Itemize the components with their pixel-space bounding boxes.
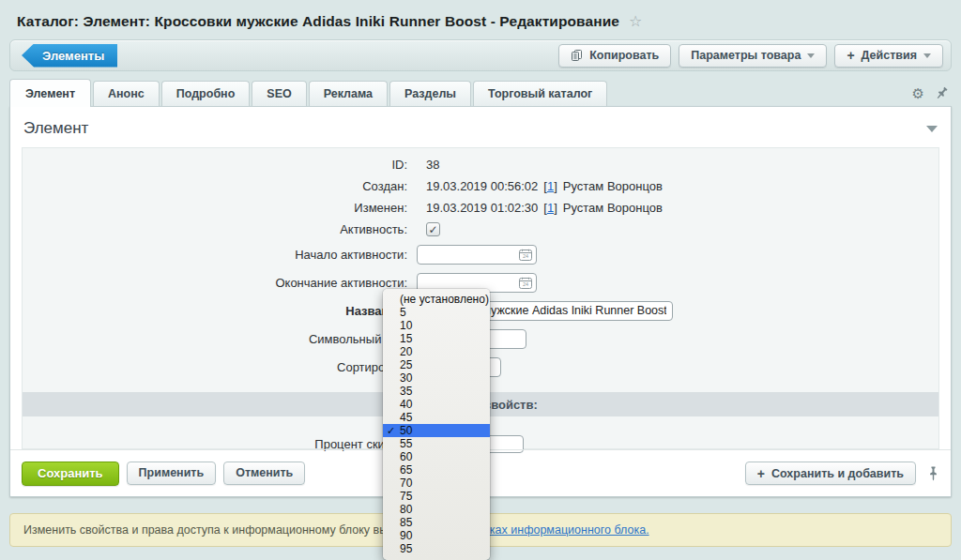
dropdown-option[interactable]: 65 xyxy=(383,463,490,477)
tab-anons[interactable]: Анонс xyxy=(93,81,160,106)
row-created: Создан: 19.03.2019 00:56:02 [1] Рустам В… xyxy=(23,175,938,197)
copy-button-label: Копировать xyxy=(589,49,659,62)
sort-label: Сортировка: xyxy=(23,360,407,374)
product-params-label: Параметры товара xyxy=(691,49,801,62)
plus-icon: + xyxy=(847,48,854,63)
section-collapse-icon[interactable] xyxy=(926,126,938,132)
modified-label: Изменен: xyxy=(23,201,407,215)
discount-dropdown-list: (не установлено)51015202530354045✓505560… xyxy=(383,293,490,555)
dropdown-option[interactable]: 75 xyxy=(383,490,490,503)
modified-user-id-link[interactable]: 1 xyxy=(547,201,554,215)
plus-icon: + xyxy=(757,466,765,481)
dropdown-option[interactable]: 25 xyxy=(383,358,490,371)
save-and-add-button[interactable]: + Сохранить и добавить xyxy=(745,462,916,485)
created-value: 19.03.2019 00:56:02 xyxy=(417,179,538,193)
tab-trade-catalog[interactable]: Торговый каталог xyxy=(473,81,607,106)
dropdown-option[interactable]: 85 xyxy=(383,516,490,529)
save-button[interactable]: Сохранить xyxy=(22,462,119,486)
chevron-down-icon xyxy=(807,53,815,58)
active-from-label: Начало активности: xyxy=(23,248,407,262)
actions-label: Действия xyxy=(862,49,917,62)
discount-dropdown: (не установлено)51015202530354045✓505560… xyxy=(383,289,490,560)
active-label: Активность: xyxy=(23,222,407,236)
row-id: ID: 38 xyxy=(23,154,938,175)
dropdown-option[interactable]: 45 xyxy=(383,411,490,424)
id-label: ID: xyxy=(23,158,407,172)
tab-detail[interactable]: Подробно xyxy=(161,81,251,106)
svg-text:24: 24 xyxy=(523,281,528,287)
dropdown-option[interactable]: 90 xyxy=(383,529,490,542)
form-tabs: Элемент Анонс Подробно SEO Реклама Разде… xyxy=(9,80,952,106)
modified-user-name: Рустам Воронцов xyxy=(563,201,663,215)
tab-seo[interactable]: SEO xyxy=(252,81,306,106)
tab-adv[interactable]: Реклама xyxy=(309,81,388,106)
actions-button[interactable]: + Действия xyxy=(834,44,943,68)
row-active: Активность: ✓ xyxy=(23,219,938,240)
chevron-down-icon xyxy=(923,53,931,58)
pin-icon[interactable] xyxy=(927,466,939,481)
created-user-link-wrap: [1] xyxy=(543,179,557,193)
row-active-from: Начало активности: 24 xyxy=(23,240,938,268)
dropdown-option[interactable]: ✓50 xyxy=(383,424,490,437)
favorite-star-icon[interactable]: ☆ xyxy=(629,14,642,29)
dropdown-option[interactable]: 35 xyxy=(383,385,490,398)
calendar-icon[interactable]: 24 xyxy=(519,277,532,289)
apply-button[interactable]: Применить xyxy=(127,462,217,485)
created-user-id-link[interactable]: 1 xyxy=(547,179,554,193)
svg-text:24: 24 xyxy=(523,253,528,259)
dropdown-option[interactable]: 15 xyxy=(383,332,490,345)
pin-icon[interactable] xyxy=(933,84,952,103)
dropdown-option[interactable]: 55 xyxy=(383,437,490,450)
created-user-name: Рустам Воронцов xyxy=(563,179,663,193)
section-title: Элемент xyxy=(23,119,88,138)
page-title: Каталог: Элемент: Кроссовки мужские Adid… xyxy=(17,13,619,30)
calendar-icon[interactable]: 24 xyxy=(519,249,532,261)
notice-text: Изменить свойства и права доступа к инфо… xyxy=(23,523,444,537)
tab-element[interactable]: Элемент xyxy=(9,79,91,107)
dropdown-option[interactable]: 10 xyxy=(383,319,490,332)
dropdown-option[interactable]: 95 xyxy=(383,542,490,555)
tabs-icons: ⚙ xyxy=(912,86,948,100)
dropdown-option[interactable]: 30 xyxy=(383,371,490,385)
save-and-add-label: Сохранить и добавить xyxy=(771,467,904,480)
modified-user-link-wrap: [1] xyxy=(543,201,557,215)
dropdown-option[interactable]: 5 xyxy=(383,306,490,319)
code-label: Символьный код: xyxy=(23,332,407,346)
name-label: Название: xyxy=(23,304,407,318)
product-params-button[interactable]: Параметры товара xyxy=(679,44,827,68)
dropdown-option[interactable]: 20 xyxy=(383,345,490,358)
page-title-bar: Каталог: Элемент: Кроссовки мужские Adid… xyxy=(0,0,961,39)
active-to-label: Окончание активности: xyxy=(23,276,407,290)
dropdown-option[interactable]: (не установлено) xyxy=(383,293,490,306)
settings-gear-icon[interactable]: ⚙ xyxy=(912,86,924,100)
dropdown-option[interactable]: 40 xyxy=(383,398,490,411)
cancel-button[interactable]: Отменить xyxy=(223,462,305,485)
check-icon: ✓ xyxy=(387,424,395,437)
id-value: 38 xyxy=(417,158,439,172)
back-to-elements-button[interactable]: Элементы xyxy=(22,44,117,68)
modified-value: 19.03.2019 01:02:30 xyxy=(417,201,538,215)
row-modified: Изменен: 19.03.2019 01:02:30 [1] Рустам … xyxy=(23,197,938,219)
dropdown-option[interactable]: 80 xyxy=(383,503,490,516)
context-toolbar: Элементы Копировать Параметры товара + Д… xyxy=(9,39,952,71)
copy-button[interactable]: Копировать xyxy=(558,44,671,68)
toolbar-right-group: Копировать Параметры товара + Действия xyxy=(558,44,943,68)
tab-sections[interactable]: Разделы xyxy=(389,81,471,106)
section-header: Элемент xyxy=(10,107,951,147)
copy-icon xyxy=(571,49,583,62)
dropdown-option[interactable]: 60 xyxy=(383,450,490,463)
created-label: Создан: xyxy=(23,179,407,193)
dropdown-option[interactable]: 70 xyxy=(383,477,490,490)
active-checkbox[interactable]: ✓ xyxy=(426,222,440,236)
